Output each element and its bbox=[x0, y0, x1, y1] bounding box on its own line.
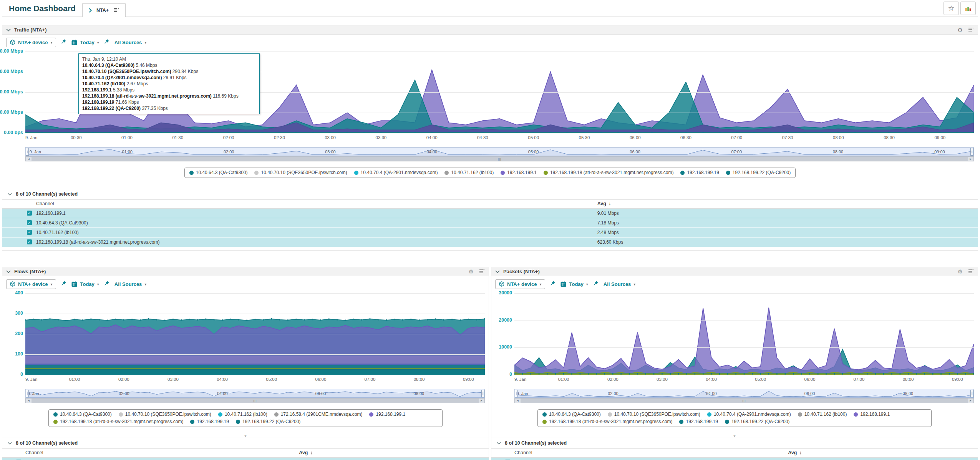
legend-item[interactable]: 192.168.199.22 (QA-C9200) bbox=[726, 169, 791, 176]
gear-icon[interactable]: ⚙ bbox=[469, 269, 474, 274]
selection-header[interactable]: 8 of 10 Channel(s) selected bbox=[491, 437, 978, 448]
legend-item[interactable]: 192.168.199.19 bbox=[190, 418, 229, 425]
legend-item[interactable]: 192.168.199.19 bbox=[680, 169, 719, 176]
pin-icon[interactable] bbox=[550, 281, 555, 287]
tab-nta[interactable]: NTA+ bbox=[82, 3, 126, 17]
legend-item[interactable]: 10.40.64.3 (QA-Cat9300) bbox=[542, 411, 601, 418]
collapse-chevron-icon[interactable] bbox=[6, 270, 11, 273]
date-dropdown[interactable]: Today ▾ bbox=[71, 281, 99, 287]
selection-header[interactable]: 8 of 10 Channel(s) selected bbox=[2, 188, 978, 199]
panel-menu-icon[interactable] bbox=[968, 268, 974, 275]
chart-navigator[interactable]: ∥ ∥ 9. Jan01:0002:0003:0004:0005:0006:00… bbox=[25, 147, 974, 156]
chart-scrollbar[interactable]: ◄ ||| ► bbox=[25, 398, 485, 403]
table-row[interactable]: ✓192.168.199.19.01 Mbps bbox=[2, 209, 978, 218]
flows-panel-header[interactable]: Flows (NTA+) ⚙ bbox=[2, 267, 489, 276]
scroll-left-icon[interactable]: ◄ bbox=[515, 399, 521, 403]
legend-item[interactable]: 172.16.58.4 (2901CME.nmdevsqa.com) bbox=[274, 411, 363, 418]
navigator-band[interactable]: ∥ ∥ 9. Jan02:0004:0006:0008:00 bbox=[25, 389, 485, 398]
avg-column-header[interactable]: Avg↓ bbox=[299, 450, 312, 455]
chart-scrollbar[interactable]: ◄ ||| ► bbox=[25, 156, 974, 161]
navigator-handle-right[interactable]: ∥ bbox=[970, 390, 973, 397]
channel-column-header[interactable]: Channel bbox=[514, 450, 532, 455]
chart-navigator[interactable]: ∥ ∥ 9. Jan02:0004:0006:0008:00 bbox=[514, 389, 974, 398]
traffic-panel-header[interactable]: Traffic (NTA+) ⚙ bbox=[2, 25, 978, 35]
avg-column-header[interactable]: Avg↓ bbox=[788, 450, 801, 455]
scroll-right-icon[interactable]: ► bbox=[968, 157, 973, 161]
device-dropdown[interactable]: NTA+ device ▾ bbox=[495, 279, 545, 289]
legend-item[interactable]: 10.40.71.162 (lb100) bbox=[798, 411, 847, 418]
chart-scrollbar[interactable]: ◄ ||| ► bbox=[514, 398, 974, 403]
scroll-right-icon[interactable]: ► bbox=[479, 399, 484, 403]
legend-item[interactable]: 192.168.199.19 bbox=[679, 418, 718, 425]
scroll-left-icon[interactable]: ◄ bbox=[26, 157, 32, 161]
pin-icon[interactable] bbox=[61, 39, 66, 46]
device-dropdown[interactable]: NTA+ device ▾ bbox=[6, 279, 56, 289]
channel-column-header[interactable]: Channel bbox=[25, 450, 43, 455]
splitter-handle[interactable]: ▼ bbox=[244, 435, 247, 438]
legend-item[interactable]: 10.40.71.162 (lb100) bbox=[444, 169, 494, 176]
date-dropdown[interactable]: Today ▾ bbox=[560, 281, 588, 287]
legend-item[interactable]: 192.168.199.22 (QA-C9200) bbox=[236, 418, 300, 425]
table-row[interactable]: ✓10.40.71.162 (lb100)2.48 Mbps bbox=[2, 228, 978, 237]
scroll-right-icon[interactable]: ► bbox=[968, 399, 973, 403]
legend-item[interactable]: 10.40.64.3 (QA-Cat9300) bbox=[189, 169, 248, 176]
gear-icon[interactable]: ⚙ bbox=[958, 269, 963, 274]
avg-column-header[interactable]: Avg↓ bbox=[597, 201, 611, 206]
packets-panel-header[interactable]: Packets (NTA+) ⚙ bbox=[491, 267, 978, 276]
legend-item[interactable]: 192.168.199.1 bbox=[501, 169, 537, 176]
legend-item[interactable]: 192.168.199.1 bbox=[369, 411, 405, 418]
navigator-handle-left[interactable]: ∥ bbox=[515, 390, 518, 397]
gear-icon[interactable]: ⚙ bbox=[958, 27, 963, 33]
legend-item[interactable]: 10.40.70.10 (SQE3650POE.ipswitch.com) bbox=[254, 169, 347, 176]
legend-item[interactable]: 10.40.70.4 (QA-2901.nmdevsqa.com) bbox=[707, 411, 791, 418]
navigator-handle-right[interactable]: ∥ bbox=[970, 148, 973, 156]
navigator-band[interactable]: ∥ ∥ 9. Jan02:0004:0006:0008:00 bbox=[514, 389, 974, 398]
legend-item[interactable]: 10.40.70.4 (QA-2901.nmdevsqa.com) bbox=[354, 169, 438, 176]
navigator-handle-left[interactable]: ∥ bbox=[26, 148, 29, 156]
scrollbar-grip[interactable]: ||| bbox=[498, 157, 501, 161]
legend-item[interactable]: 192.168.199.1 bbox=[854, 411, 890, 418]
row-checkbox[interactable]: ✓ bbox=[27, 239, 32, 244]
navigator-handle-left[interactable]: ∥ bbox=[26, 390, 29, 397]
panel-menu-icon[interactable] bbox=[968, 27, 974, 33]
navigator-handle-right[interactable]: ∥ bbox=[481, 390, 484, 397]
packets-chart-plot[interactable] bbox=[514, 293, 974, 375]
date-dropdown[interactable]: Today ▾ bbox=[71, 40, 99, 45]
reports-button[interactable] bbox=[960, 2, 976, 15]
pin-icon[interactable] bbox=[593, 281, 599, 287]
legend-item[interactable]: 192.168.199.18 (atl-rd-a-s-sw-3021.mgmt.… bbox=[544, 169, 673, 176]
sources-dropdown[interactable]: All Sources ▾ bbox=[604, 281, 636, 287]
table-row[interactable]: ✓10.40.64.3 (QA-Cat9300)279.54 fps bbox=[2, 458, 489, 460]
panel-menu-icon[interactable] bbox=[479, 268, 485, 275]
selection-header[interactable]: 8 of 10 Channel(s) selected bbox=[2, 437, 489, 448]
sources-dropdown[interactable]: All Sources ▾ bbox=[114, 40, 147, 45]
channel-column-header[interactable]: Channel bbox=[36, 201, 54, 206]
collapse-chevron-icon[interactable] bbox=[6, 28, 11, 32]
collapse-chevron-icon[interactable] bbox=[495, 270, 500, 273]
chart-navigator[interactable]: ∥ ∥ 9. Jan02:0004:0006:0008:00 bbox=[25, 389, 485, 398]
row-checkbox[interactable]: ✓ bbox=[27, 230, 32, 235]
legend-item[interactable]: 192.168.199.22 (QA-C9200) bbox=[725, 418, 789, 425]
row-checkbox[interactable]: ✓ bbox=[27, 220, 32, 225]
scroll-left-icon[interactable]: ◄ bbox=[26, 399, 32, 403]
legend-item[interactable]: 10.40.70.10 (SQE3650POE.ipswitch.com) bbox=[608, 411, 700, 418]
legend-item[interactable]: 192.168.199.18 (atl-rd-a-s-sw-3021.mgmt.… bbox=[53, 418, 183, 425]
device-dropdown[interactable]: NTA+ device ▾ bbox=[6, 38, 56, 47]
scrollbar-grip[interactable]: ||| bbox=[742, 399, 746, 402]
tab-menu-icon[interactable] bbox=[113, 7, 119, 14]
pin-icon[interactable] bbox=[104, 281, 109, 287]
legend-item[interactable]: 10.40.71.162 (lb100) bbox=[218, 411, 267, 418]
legend-item[interactable]: 10.40.64.3 (QA-Cat9300) bbox=[53, 411, 112, 418]
legend-item[interactable]: 192.168.199.18 (atl-rd-a-s-sw-3021.mgmt.… bbox=[542, 418, 672, 425]
legend-item[interactable]: 10.40.70.10 (SQE3650POE.ipswitch.com) bbox=[119, 411, 211, 418]
pin-icon[interactable] bbox=[61, 281, 66, 287]
navigator-band[interactable]: ∥ ∥ 9. Jan01:0002:0003:0004:0005:0006:00… bbox=[25, 147, 974, 156]
flows-chart-plot[interactable] bbox=[25, 293, 485, 375]
sources-dropdown[interactable]: All Sources ▾ bbox=[114, 281, 147, 287]
table-row[interactable]: ✓192.168.199.14026.58 bbox=[491, 458, 978, 460]
table-row[interactable]: ✓192.168.199.18 (atl-rd-a-s-sw-3021.mgmt… bbox=[2, 237, 978, 247]
scrollbar-grip[interactable]: ||| bbox=[253, 399, 257, 402]
pin-icon[interactable] bbox=[104, 39, 109, 46]
table-row[interactable]: ✓10.40.64.3 (QA-Cat9300)7.18 Mbps bbox=[2, 218, 978, 228]
traffic-chart-plot[interactable]: Thu, Jan 9, 12:10 AM 10.40.64.3 (QA-Cat9… bbox=[25, 51, 974, 133]
